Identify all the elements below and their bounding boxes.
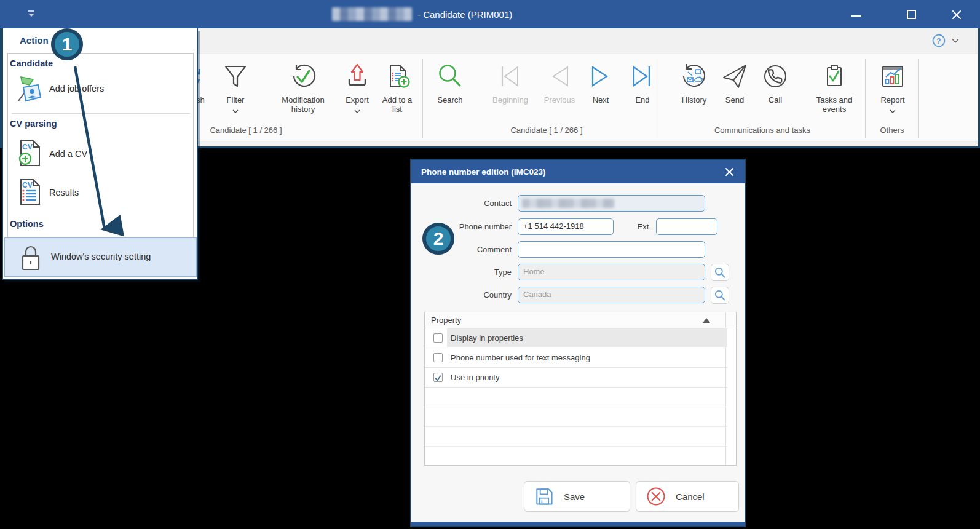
checkbox-use-in-priority[interactable] [433,373,443,382]
ribbon-button-filter[interactable]: Filter [217,62,254,129]
menu-header-cv-parsing: CV parsing [10,119,57,129]
menu-header-candidate: Candidate [10,58,53,68]
history-icon [679,62,709,91]
ribbon-group-label-candidate-2: Candidate [ 1 / 266 ] [510,125,582,135]
ext-field[interactable] [656,218,717,235]
ribbon-button-send[interactable]: Send [717,62,752,129]
chevron-down-icon [890,109,896,113]
chevron-down-icon [354,109,360,113]
ribbon-button-search[interactable]: Search [430,62,470,129]
type-field: Home [518,264,705,280]
type-lookup-button[interactable] [711,264,729,281]
tasks-and-events-icon [820,62,849,91]
ribbon-group-label-others: Others [880,125,904,135]
checkbox-display-in-properties[interactable] [433,333,443,343]
save-button[interactable]: Save [524,481,630,512]
contact-field [518,195,705,212]
redacted-name [332,7,412,21]
maximize-button[interactable] [907,10,916,19]
menu-item-add-job-offers[interactable] [14,73,45,107]
ribbon-button-add-to-list[interactable]: Add to a list [377,62,417,129]
menu-header-options: Options [10,219,44,229]
ribbon-button-end[interactable]: End [627,62,658,129]
country-lookup-button[interactable] [711,287,729,304]
menu-item-window-security-label: Window's security setting [51,252,151,261]
menu-tab-action[interactable]: Action [20,35,49,46]
ribbon-button-beginning[interactable]: Beginning [486,62,534,129]
close-icon [725,167,734,177]
window-title: - Candidate (PRIM001) [332,7,512,21]
ribbon-button-previous[interactable]: Previous [537,62,582,129]
collapse-ribbon-chevron-icon[interactable] [952,38,959,43]
country-field: Canada [518,287,705,303]
call-icon [761,62,790,91]
callout-badge-1: 1 [51,28,83,60]
quick-access-toolbar-icon[interactable] [26,9,37,19]
cv-results-icon: CV [15,177,44,208]
export-icon [342,62,372,91]
property-row-text-messaging[interactable]: Phone number used for text messaging [425,348,727,368]
ribbon-button-next[interactable]: Next [583,62,618,129]
dialog-title-bar: Phone number edition (IMC023) [411,160,745,183]
send-icon [720,62,749,91]
phone-number-edition-dialog: Phone number edition (IMC023) Contact Ph… [410,159,746,527]
cancel-button[interactable]: Cancel [636,481,739,512]
menu-item-add-job-offers-label[interactable]: Add job offers [49,84,104,93]
action-menu: Action Candidate Add job offers CV parsi… [2,28,198,280]
menu-item-window-security-setting[interactable]: Window's security setting [4,237,197,277]
ribbon-button-tasks-and-events[interactable]: Tasks and events [807,62,862,129]
property-row-use-in-priority[interactable]: Use in priority [425,368,727,388]
filter-icon [221,62,250,91]
chevron-down-icon [232,109,239,113]
screenshot-stage: - Candidate (PRIM001) ? Refresh Filter [0,0,980,529]
menu-item-results[interactable]: CV [15,177,44,210]
next-arrow-icon [586,62,615,91]
property-grid: Property Display in properties Phone num… [424,312,737,466]
cancel-circle-x-icon [645,485,667,507]
lock-icon [17,244,44,273]
close-button[interactable] [951,9,962,20]
magnifier-icon [713,266,727,279]
svg-text:CV: CV [22,181,33,189]
search-icon [435,62,465,91]
previous-arrow-icon [545,62,574,91]
property-grid-header[interactable]: Property [425,312,736,328]
ribbon-group-label-communications: Communications and tasks [714,125,810,135]
svg-text:CV: CV [22,143,33,151]
menu-item-add-a-cv[interactable]: CV [15,138,44,172]
comment-field[interactable] [518,241,705,258]
sort-ascending-icon [703,318,710,323]
ribbon-group-label-candidate-1: Candidate [ 1 / 266 ] [210,125,282,135]
add-to-list-icon [382,62,412,91]
ribbon-button-call[interactable]: Call [759,62,792,129]
ribbon-button-history[interactable]: History [674,62,714,129]
modification-history-icon [288,62,318,91]
ribbon-button-modification-history[interactable]: Modification history [269,62,337,129]
save-floppy-icon [533,485,555,507]
ext-label: Ext. [551,218,651,235]
title-suffix: - Candidate (PRIM001) [417,9,512,20]
add-job-offers-icon [14,73,45,105]
redacted-contact-value [522,199,614,208]
property-row-display-in-properties[interactable]: Display in properties [425,328,727,348]
dialog-bottom-strip [411,522,745,526]
ribbon-button-export[interactable]: Export [338,62,376,129]
ribbon-button-report[interactable]: Report [873,62,912,129]
skip-to-beginning-icon [496,62,525,91]
menu-item-results-label[interactable]: Results [49,188,79,197]
type-label: Type [411,264,512,280]
add-cv-icon: CV [15,138,44,169]
callout-badge-2: 2 [422,223,454,255]
country-label: Country [411,287,512,303]
svg-text:?: ? [936,37,941,46]
skip-to-end-icon [628,62,657,91]
checkbox-text-messaging[interactable] [433,353,443,362]
minimize-button[interactable] [851,15,861,17]
help-icon[interactable]: ? [932,34,946,47]
menu-item-add-a-cv-label[interactable]: Add a CV [49,149,87,159]
magnifier-icon [713,288,727,302]
report-icon [878,62,907,91]
dialog-close-button[interactable] [721,163,738,180]
dialog-title: Phone number edition (IMC023) [421,167,546,177]
contact-label: Contact [411,195,512,212]
